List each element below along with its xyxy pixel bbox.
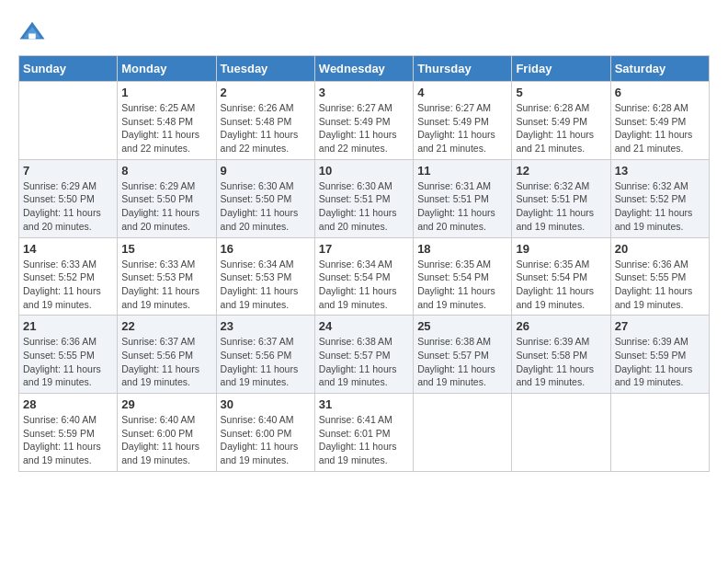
day-number: 12 (516, 164, 606, 178)
calendar-week-1: 1Sunrise: 6:25 AMSunset: 5:48 PMDaylight… (19, 82, 710, 160)
page-header (18, 18, 710, 46)
calendar-cell: 30Sunrise: 6:40 AMSunset: 6:00 PMDayligh… (216, 394, 314, 472)
day-number: 4 (417, 86, 507, 99)
day-info: Sunrise: 6:40 AMSunset: 6:00 PMDaylight:… (221, 413, 311, 467)
day-info: Sunrise: 6:38 AMSunset: 5:57 PMDaylight:… (319, 335, 409, 389)
day-info: Sunrise: 6:27 AMSunset: 5:49 PMDaylight:… (319, 101, 409, 155)
calendar-cell: 20Sunrise: 6:36 AMSunset: 5:55 PMDayligh… (610, 237, 709, 316)
calendar-cell: 26Sunrise: 6:39 AMSunset: 5:58 PMDayligh… (512, 316, 610, 394)
calendar-cell: 17Sunrise: 6:34 AMSunset: 5:54 PMDayligh… (314, 237, 413, 316)
calendar-header-tuesday: Tuesday (216, 56, 314, 82)
day-number: 16 (221, 242, 311, 256)
day-number: 18 (417, 242, 507, 256)
day-number: 8 (121, 164, 211, 178)
day-number: 26 (516, 319, 606, 333)
calendar-cell: 16Sunrise: 6:34 AMSunset: 5:53 PMDayligh… (216, 237, 314, 316)
calendar-header-saturday: Saturday (610, 56, 709, 82)
day-number: 14 (23, 242, 113, 256)
calendar-week-4: 21Sunrise: 6:36 AMSunset: 5:55 PMDayligh… (19, 316, 710, 394)
day-number: 29 (121, 397, 211, 411)
day-number: 17 (319, 242, 409, 256)
day-number: 22 (121, 319, 211, 333)
calendar-cell: 24Sunrise: 6:38 AMSunset: 5:57 PMDayligh… (314, 316, 413, 394)
calendar-cell (414, 394, 512, 472)
calendar-cell: 4Sunrise: 6:27 AMSunset: 5:49 PMDaylight… (414, 82, 512, 160)
calendar-cell (19, 82, 118, 160)
calendar-cell: 23Sunrise: 6:37 AMSunset: 5:56 PMDayligh… (216, 316, 314, 394)
day-number: 1 (121, 86, 211, 99)
day-info: Sunrise: 6:28 AMSunset: 5:49 PMDaylight:… (615, 101, 705, 155)
day-info: Sunrise: 6:35 AMSunset: 5:54 PMDaylight:… (516, 258, 606, 312)
day-number: 23 (221, 319, 311, 333)
calendar-header-thursday: Thursday (414, 56, 512, 82)
calendar-cell: 6Sunrise: 6:28 AMSunset: 5:49 PMDaylight… (610, 82, 709, 160)
day-number: 11 (417, 164, 507, 178)
calendar-header-friday: Friday (512, 56, 610, 82)
calendar-cell: 27Sunrise: 6:39 AMSunset: 5:59 PMDayligh… (610, 316, 709, 394)
day-info: Sunrise: 6:39 AMSunset: 5:59 PMDaylight:… (615, 335, 705, 389)
day-number: 13 (615, 164, 705, 178)
calendar-cell: 15Sunrise: 6:33 AMSunset: 5:53 PMDayligh… (118, 237, 216, 316)
day-number: 10 (319, 164, 409, 178)
logo (18, 18, 50, 46)
calendar-cell: 22Sunrise: 6:37 AMSunset: 5:56 PMDayligh… (118, 316, 216, 394)
day-number: 9 (221, 164, 311, 178)
calendar-cell: 21Sunrise: 6:36 AMSunset: 5:55 PMDayligh… (19, 316, 118, 394)
day-info: Sunrise: 6:39 AMSunset: 5:58 PMDaylight:… (516, 335, 606, 389)
day-info: Sunrise: 6:40 AMSunset: 5:59 PMDaylight:… (23, 413, 113, 467)
day-info: Sunrise: 6:29 AMSunset: 5:50 PMDaylight:… (121, 179, 211, 234)
day-info: Sunrise: 6:34 AMSunset: 5:54 PMDaylight:… (319, 258, 409, 312)
day-info: Sunrise: 6:30 AMSunset: 5:50 PMDaylight:… (221, 179, 311, 234)
calendar-cell: 25Sunrise: 6:38 AMSunset: 5:57 PMDayligh… (414, 316, 512, 394)
calendar-header-wednesday: Wednesday (314, 56, 413, 82)
day-info: Sunrise: 6:33 AMSunset: 5:52 PMDaylight:… (23, 258, 113, 312)
calendar-week-2: 7Sunrise: 6:29 AMSunset: 5:50 PMDaylight… (19, 159, 710, 237)
calendar-cell: 1Sunrise: 6:25 AMSunset: 5:48 PMDaylight… (118, 82, 216, 160)
calendar-cell: 10Sunrise: 6:30 AMSunset: 5:51 PMDayligh… (314, 159, 413, 237)
calendar-cell: 19Sunrise: 6:35 AMSunset: 5:54 PMDayligh… (512, 237, 610, 316)
calendar-cell: 18Sunrise: 6:35 AMSunset: 5:54 PMDayligh… (414, 237, 512, 316)
day-number: 15 (121, 242, 211, 256)
calendar-table: SundayMondayTuesdayWednesdayThursdayFrid… (18, 55, 710, 472)
day-info: Sunrise: 6:28 AMSunset: 5:49 PMDaylight:… (516, 101, 606, 155)
calendar-header-monday: Monday (118, 56, 216, 82)
calendar-week-3: 14Sunrise: 6:33 AMSunset: 5:52 PMDayligh… (19, 237, 710, 316)
calendar-cell: 3Sunrise: 6:27 AMSunset: 5:49 PMDaylight… (314, 82, 413, 160)
day-info: Sunrise: 6:36 AMSunset: 5:55 PMDaylight:… (615, 258, 705, 312)
calendar-cell: 5Sunrise: 6:28 AMSunset: 5:49 PMDaylight… (512, 82, 610, 160)
calendar-cell: 29Sunrise: 6:40 AMSunset: 6:00 PMDayligh… (118, 394, 216, 472)
day-info: Sunrise: 6:37 AMSunset: 5:56 PMDaylight:… (121, 335, 211, 389)
day-info: Sunrise: 6:40 AMSunset: 6:00 PMDaylight:… (121, 413, 211, 467)
calendar-cell: 31Sunrise: 6:41 AMSunset: 6:01 PMDayligh… (314, 394, 413, 472)
day-info: Sunrise: 6:37 AMSunset: 5:56 PMDaylight:… (221, 335, 311, 389)
day-info: Sunrise: 6:34 AMSunset: 5:53 PMDaylight:… (221, 258, 311, 312)
day-number: 19 (516, 242, 606, 256)
day-info: Sunrise: 6:35 AMSunset: 5:54 PMDaylight:… (417, 258, 507, 312)
day-info: Sunrise: 6:30 AMSunset: 5:51 PMDaylight:… (319, 179, 409, 234)
svg-rect-2 (28, 34, 36, 40)
day-info: Sunrise: 6:25 AMSunset: 5:48 PMDaylight:… (121, 101, 211, 155)
calendar-cell: 14Sunrise: 6:33 AMSunset: 5:52 PMDayligh… (19, 237, 118, 316)
day-number: 20 (615, 242, 705, 256)
day-number: 27 (615, 319, 705, 333)
day-number: 21 (23, 319, 113, 333)
day-number: 6 (615, 86, 705, 99)
day-number: 28 (23, 397, 113, 411)
day-info: Sunrise: 6:41 AMSunset: 6:01 PMDaylight:… (319, 413, 409, 467)
day-info: Sunrise: 6:29 AMSunset: 5:50 PMDaylight:… (23, 179, 113, 234)
calendar-cell: 8Sunrise: 6:29 AMSunset: 5:50 PMDaylight… (118, 159, 216, 237)
day-number: 2 (221, 86, 311, 99)
day-number: 30 (221, 397, 311, 411)
day-info: Sunrise: 6:31 AMSunset: 5:51 PMDaylight:… (417, 179, 507, 234)
calendar-header-row: SundayMondayTuesdayWednesdayThursdayFrid… (19, 56, 710, 82)
day-info: Sunrise: 6:38 AMSunset: 5:57 PMDaylight:… (417, 335, 507, 389)
day-info: Sunrise: 6:32 AMSunset: 5:52 PMDaylight:… (615, 179, 705, 234)
calendar-header-sunday: Sunday (19, 56, 118, 82)
day-number: 3 (319, 86, 409, 99)
logo-icon (18, 18, 46, 46)
calendar-cell: 12Sunrise: 6:32 AMSunset: 5:51 PMDayligh… (512, 159, 610, 237)
calendar-cell: 2Sunrise: 6:26 AMSunset: 5:48 PMDaylight… (216, 82, 314, 160)
day-number: 31 (319, 397, 409, 411)
calendar-week-5: 28Sunrise: 6:40 AMSunset: 5:59 PMDayligh… (19, 394, 710, 472)
calendar-cell: 9Sunrise: 6:30 AMSunset: 5:50 PMDaylight… (216, 159, 314, 237)
